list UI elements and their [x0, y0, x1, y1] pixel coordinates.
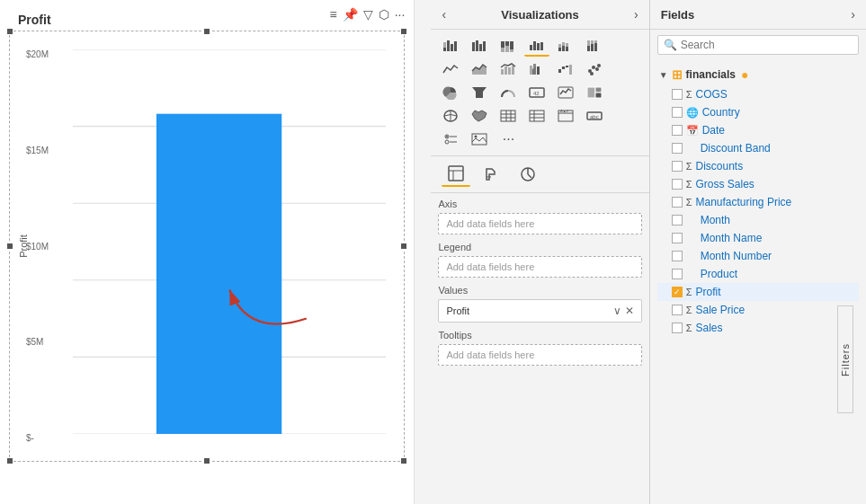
viz-legend-drop[interactable]: Add data fields here: [438, 256, 641, 278]
list-item[interactable]: Month: [657, 211, 859, 229]
viz-icon-100column[interactable]: [582, 35, 607, 57]
svg-point-59: [597, 64, 601, 67]
list-item[interactable]: Month Name: [657, 229, 859, 247]
resize-handle-ml[interactable]: [6, 243, 13, 250]
item-checkbox-cogs[interactable]: [672, 89, 683, 100]
item-checkbox-country[interactable]: [672, 107, 683, 118]
viz-values-remove[interactable]: ✕: [625, 305, 634, 317]
resize-handle-bm[interactable]: [203, 457, 210, 464]
item-label-discounts: Discounts: [696, 160, 744, 172]
item-checkbox-date[interactable]: [672, 125, 683, 136]
list-item[interactable]: Σ Sales: [657, 319, 859, 337]
viz-icon-treemap[interactable]: [582, 82, 607, 103]
viz-icon-stacked-column[interactable]: [553, 35, 578, 57]
item-checkbox-product[interactable]: [672, 269, 683, 279]
list-item[interactable]: Σ Manufacturing Price: [657, 193, 859, 211]
svg-point-86: [445, 140, 449, 144]
svg-rect-69: [501, 111, 515, 121]
viz-icon-line[interactable]: [438, 58, 463, 80]
viz-icon-area[interactable]: [467, 58, 492, 80]
tree-group-header[interactable]: ▼ ⊞ financials ●: [657, 64, 859, 85]
viz-icon-waterfall[interactable]: [553, 58, 578, 80]
svg-line-96: [528, 174, 531, 178]
viz-icon-ribbon[interactable]: [524, 58, 549, 80]
viz-icon-gauge[interactable]: [495, 82, 521, 103]
viz-icon-more[interactable]: ···: [495, 128, 521, 150]
item-checkbox-month-number[interactable]: [672, 251, 683, 261]
resize-handle-br[interactable]: [400, 457, 407, 464]
viz-right-arrow[interactable]: ›: [634, 7, 638, 22]
more-dots-icon: ···: [503, 131, 514, 147]
item-label-manufacturing-price: Manufacturing Price: [696, 196, 792, 208]
viz-icon-scatter[interactable]: [582, 58, 607, 80]
item-checkbox-profit[interactable]: [672, 287, 683, 297]
list-item[interactable]: Product: [657, 265, 859, 283]
viz-icon-column[interactable]: [524, 35, 549, 57]
chart-container: Profit $20M $15M $10M $5M $-: [9, 31, 405, 462]
more-icon[interactable]: ···: [395, 7, 406, 22]
viz-icon-card[interactable]: 42: [524, 82, 549, 103]
viz-axis-drop[interactable]: Add data fields here: [438, 213, 641, 234]
resize-handle-bl[interactable]: [6, 457, 13, 464]
viz-format-tab[interactable]: [478, 162, 506, 187]
viz-icon-slicer[interactable]: [438, 128, 463, 150]
resize-handle-tl[interactable]: [6, 28, 13, 35]
viz-icon-kpi[interactable]: [553, 82, 578, 103]
viz-icon-text-filter[interactable]: abc: [582, 105, 607, 127]
list-item[interactable]: Month Number: [657, 247, 859, 265]
viz-values-drop[interactable]: Profit ∨ ✕: [438, 299, 641, 323]
list-item[interactable]: Σ Gross Sales: [657, 175, 859, 193]
viz-icon-matrix[interactable]: [524, 105, 549, 127]
item-checkbox-discounts[interactable]: [672, 161, 683, 172]
viz-values-chevron[interactable]: ∨: [613, 305, 621, 317]
viz-icon-table[interactable]: [495, 105, 521, 127]
menu-icon[interactable]: ≡: [330, 7, 337, 22]
filters-tab[interactable]: Filters: [837, 305, 853, 413]
viz-icon-pie[interactable]: [438, 82, 463, 103]
item-checkbox-manufacturing-price[interactable]: [672, 197, 683, 208]
item-checkbox-month-name[interactable]: [672, 233, 683, 243]
list-item[interactable]: 🌐 Country: [657, 103, 859, 121]
svg-rect-51: [565, 67, 567, 68]
viz-fields-tab[interactable]: [442, 162, 470, 187]
viz-axis-section: Axis Add data fields here: [438, 199, 641, 234]
item-checkbox-sale-price[interactable]: [672, 305, 683, 315]
viz-icon-funnel[interactable]: [467, 82, 492, 103]
resize-handle-tr[interactable]: [400, 28, 407, 35]
list-item[interactable]: Discount Band: [657, 139, 859, 157]
viz-left-arrow[interactable]: ‹: [442, 7, 446, 22]
viz-icon-az-table[interactable]: A▲Z: [553, 105, 578, 127]
viz-icon-map[interactable]: [438, 105, 463, 127]
search-input[interactable]: [681, 39, 853, 51]
resize-handle-tm[interactable]: [203, 28, 210, 35]
item-label-product: Product: [701, 268, 737, 280]
pin-icon[interactable]: 📌: [343, 7, 358, 22]
viz-icon-stacked-bar[interactable]: [438, 35, 463, 57]
fields-right-arrow[interactable]: ›: [851, 7, 855, 22]
svg-rect-25: [537, 43, 540, 50]
viz-icon-filled-map[interactable]: [467, 105, 492, 127]
viz-icon-bar[interactable]: [467, 35, 492, 57]
resize-handle-mr[interactable]: [400, 243, 407, 250]
list-item[interactable]: Σ COGS: [657, 85, 859, 103]
viz-tooltips-drop[interactable]: Add data fields here: [438, 344, 641, 366]
list-item[interactable]: Σ Sale Price: [657, 301, 859, 319]
viz-icon-image[interactable]: [467, 128, 492, 150]
list-item[interactable]: Σ Discounts: [657, 157, 859, 175]
item-label-sale-price: Sale Price: [696, 304, 745, 316]
viz-icon-100bar[interactable]: [495, 35, 521, 57]
globe-icon: 🌐: [686, 107, 699, 119]
item-checkbox-gross-sales[interactable]: [672, 179, 683, 190]
viz-analytics-tab[interactable]: [513, 162, 542, 187]
item-label-date: Date: [702, 124, 725, 137]
item-checkbox-discount-band[interactable]: [672, 143, 683, 154]
filter-icon[interactable]: ▽: [363, 7, 373, 22]
item-checkbox-month[interactable]: [672, 215, 683, 225]
svg-rect-10: [447, 40, 450, 51]
fields-search-box[interactable]: 🔍: [657, 35, 859, 55]
item-checkbox-sales[interactable]: [672, 323, 683, 333]
expand-icon[interactable]: ⬡: [379, 7, 389, 22]
viz-icon-line-bar[interactable]: [495, 58, 521, 80]
list-item[interactable]: Σ Profit: [657, 283, 859, 301]
list-item[interactable]: 📅 Date: [657, 121, 859, 139]
